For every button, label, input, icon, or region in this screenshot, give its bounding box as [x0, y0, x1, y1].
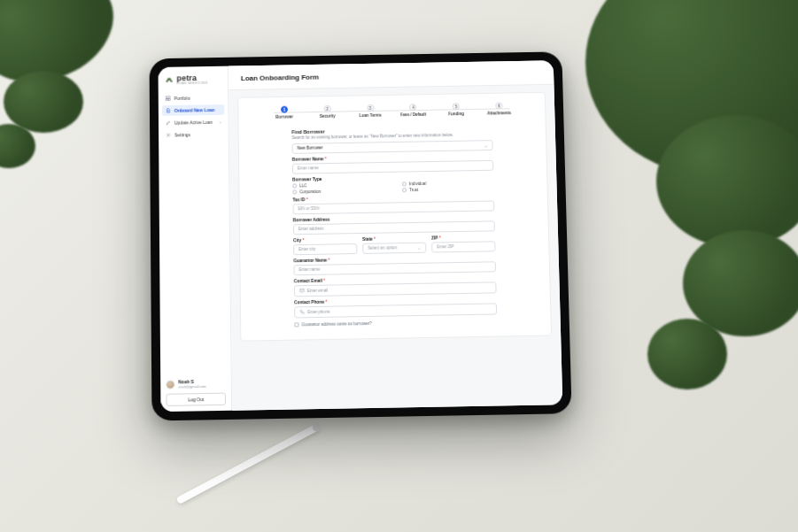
borrower-address-input[interactable]: Enter address	[293, 220, 495, 235]
select-value: New Borrower	[298, 146, 323, 150]
brand-tagline: LOAN SERVICING	[176, 81, 207, 86]
svg-rect-2	[166, 99, 167, 101]
checkbox-icon	[294, 322, 298, 327]
step-security[interactable]: 2 Security	[308, 105, 347, 120]
svg-rect-0	[166, 96, 167, 98]
sidebar: petra LOAN SERVICING Portfolio Onboard N…	[159, 66, 233, 412]
sidebar-item-update-loan[interactable]: Update Active Loan ›	[162, 117, 225, 128]
grid-icon	[166, 96, 171, 101]
sidebar-item-label: Onboard New Loan	[174, 107, 215, 113]
chevron-down-icon: ⌄	[484, 143, 488, 148]
sidebar-item-label: Update Active Loan	[174, 120, 213, 126]
gear-icon	[166, 133, 171, 138]
chevron-down-icon: ⌄	[417, 245, 421, 250]
city-label: City *	[293, 237, 357, 243]
step-loan-terms[interactable]: 3 Loan Terms	[351, 104, 390, 119]
phone-icon	[299, 310, 305, 315]
avatar	[166, 380, 174, 389]
state-select[interactable]: Select an option⌄	[362, 242, 426, 253]
sidebar-item-portfolio[interactable]: Portfolio	[162, 92, 225, 104]
form-scroll-area[interactable]: 1 Borrower 2 Security 3 Loan Terms 4	[229, 85, 562, 411]
find-borrower-select[interactable]: New Borrower ⌄	[292, 140, 493, 154]
contact-email-input[interactable]: Enter email	[294, 281, 497, 297]
mail-icon	[299, 288, 305, 293]
sidebar-item-label: Settings	[174, 132, 190, 137]
brand-logo: petra LOAN SERVICING	[159, 66, 229, 91]
form-card: 1 Borrower 2 Security 3 Loan Terms 4	[237, 92, 552, 342]
radio-llc[interactable]: LLC	[292, 182, 384, 189]
sidebar-item-onboard-loan[interactable]: Onboard New Loan	[162, 104, 225, 116]
radio-corporation[interactable]: Corporation	[292, 189, 384, 195]
sidebar-item-settings[interactable]: Settings	[162, 129, 225, 141]
svg-rect-1	[168, 96, 170, 98]
form-body: Find Borrower Search for an existing bor…	[239, 120, 551, 328]
zip-label: ZIP *	[431, 235, 495, 240]
radio-individual[interactable]: Individual	[402, 180, 494, 186]
user-email: noah@gmail.com	[178, 384, 205, 389]
logout-button[interactable]: Log Out	[166, 393, 226, 406]
user-block[interactable]: Noah S noah@gmail.com	[160, 374, 231, 392]
city-input[interactable]: Enter city	[293, 243, 357, 255]
app-screen: petra LOAN SERVICING Portfolio Onboard N…	[159, 60, 563, 412]
brand-mark-icon	[165, 75, 174, 85]
guarantor-name-input[interactable]: Enter name	[293, 261, 496, 275]
contact-phone-input[interactable]: Enter phone	[294, 303, 497, 318]
sidebar-nav: Portfolio Onboard New Loan Update Active…	[159, 89, 229, 143]
step-attachments[interactable]: 6 Attachments	[479, 102, 518, 116]
borrower-type-radios: LLC Individual Corporation Trust	[292, 180, 494, 194]
radio-trust[interactable]: Trust	[402, 186, 494, 192]
tablet-device: petra LOAN SERVICING Portfolio Onboard N…	[150, 51, 572, 420]
main-pane: Loan Onboarding Form 1 Borrower 2 Securi…	[229, 60, 562, 410]
step-borrower[interactable]: 1 Borrower	[265, 105, 304, 120]
chevron-right-icon: ›	[220, 120, 221, 125]
svg-rect-3	[168, 99, 170, 101]
document-plus-icon	[166, 108, 171, 113]
state-label: State *	[362, 236, 426, 242]
svg-point-4	[167, 135, 169, 136]
zip-input[interactable]: Enter ZIP	[431, 241, 495, 252]
borrower-name-input[interactable]: Enter name	[292, 160, 493, 174]
step-fees-default[interactable]: 4 Fees / Default	[394, 104, 433, 118]
pencil-icon	[166, 120, 171, 126]
same-address-checkbox[interactable]: Guarantor address same as borrower?	[294, 319, 497, 327]
step-funding[interactable]: 5 Funding	[437, 103, 476, 117]
sidebar-item-label: Portfolio	[174, 96, 190, 101]
taxid-input[interactable]: EIN or SSN	[292, 200, 494, 214]
